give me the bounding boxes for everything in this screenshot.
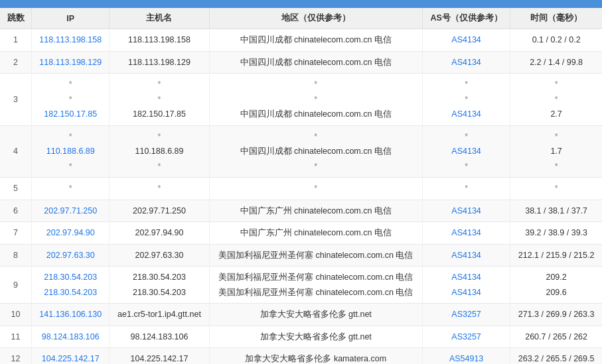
cell-ip[interactable]: 202.97.63.30 — [32, 244, 110, 267]
asn-link[interactable]: AS4134 — [451, 228, 481, 237]
cell-hop: 12 — [0, 348, 32, 365]
ip-link[interactable]: 202.97.71.250 — [44, 206, 97, 215]
cell-asn[interactable]: AS3257 — [422, 304, 510, 326]
table-row: 2118.113.198.129118.113.198.129中国四川成都 ch… — [0, 51, 602, 74]
cell-ip[interactable]: 218.30.54.203218.30.54.203 — [32, 267, 110, 304]
ip-link[interactable]: 118.113.198.129 — [39, 58, 102, 67]
table-row: 7202.97.94.90202.97.94.90中国广东广州 chinatel… — [0, 222, 602, 245]
time-text: 2.2 / 1.4 / 99.8 — [530, 58, 583, 67]
col-asn: AS号（仅供参考） — [422, 8, 510, 29]
cell-ip[interactable]: *110.188.6.89* — [32, 125, 110, 178]
cell-region: 加拿大安大略省多伦多 gtt.net — [209, 326, 422, 348]
hostname-text: ae1.cr5-tor1.ip4.gtt.net — [117, 310, 201, 319]
hostname-text: * — [158, 80, 161, 89]
cell-time: *1.7* — [510, 125, 602, 178]
cell-hostname: 202.97.94.90 — [110, 222, 209, 245]
hostname-text: 202.97.63.30 — [135, 251, 183, 260]
asn-link[interactable]: AS4134 — [451, 109, 481, 119]
region-text: * — [314, 80, 317, 89]
cell-ip[interactable]: 118.113.198.129 — [32, 51, 110, 74]
cell-asn[interactable]: AS4134 — [422, 29, 510, 52]
region-text: * — [314, 132, 317, 141]
time-text: 2.7 — [550, 109, 562, 119]
cell-time: 260.7 / 265 / 262 — [510, 326, 602, 348]
cell-asn[interactable]: **AS4134 — [422, 74, 510, 126]
asn-link[interactable]: AS3257 — [451, 310, 481, 319]
region-text: 中国四川成都 chinatelecom.com.cn 电信 — [240, 35, 392, 44]
cell-ip[interactable]: 202.97.71.250 — [32, 200, 110, 222]
cell-hostname: 218.30.54.203218.30.54.203 — [110, 267, 209, 304]
cell-asn[interactable]: AS54913 — [422, 348, 510, 365]
region-text: 美国加利福尼亚州圣何塞 chinatelecom.com.cn 电信 — [218, 288, 413, 297]
cell-hostname: ae1.cr5-tor1.ip4.gtt.net — [110, 304, 209, 326]
asn-link[interactable]: AS4134 — [451, 147, 481, 156]
cell-hop: 10 — [0, 304, 32, 326]
ip-link[interactable]: 118.113.198.158 — [39, 35, 102, 44]
cell-ip[interactable]: 118.113.198.158 — [32, 29, 110, 52]
table-header-row: 跳数 IP 主机名 地区（仅供参考） AS号（仅供参考） 时间（毫秒） — [0, 8, 602, 29]
cell-hop: 2 — [0, 51, 32, 74]
cell-hostname: 118.113.198.158 — [110, 29, 209, 52]
asn-link[interactable]: AS4134 — [451, 35, 481, 44]
region-text: 中国四川成都 chinatelecom.com.cn 电信 — [240, 109, 392, 119]
asn-text: * — [465, 184, 468, 193]
table-row: 3**182.150.17.85**182.150.17.85**中国四川成都 … — [0, 74, 602, 126]
cell-asn[interactable]: AS4134AS4134 — [422, 267, 510, 304]
cell-asn[interactable]: AS4134 — [422, 244, 510, 267]
ip-link[interactable]: 218.30.54.203 — [44, 288, 97, 297]
cell-ip[interactable]: 98.124.183.106 — [32, 326, 110, 348]
ip-text: * — [69, 184, 72, 193]
hostname-text: 202.97.94.90 — [135, 228, 183, 237]
cell-region: 美国加利福尼亚州圣何塞 chinatelecom.com.cn 电信美国加利福尼… — [209, 267, 422, 304]
cell-time: **2.7 — [510, 74, 602, 126]
hostname-text: 110.188.6.89 — [135, 147, 183, 156]
cell-time: 212.1 / 215.9 / 215.2 — [510, 244, 602, 267]
cell-ip[interactable]: 104.225.142.17 — [32, 348, 110, 365]
cell-hostname: 118.113.198.129 — [110, 51, 209, 74]
asn-link[interactable]: AS3257 — [451, 332, 481, 341]
cell-hop: 6 — [0, 200, 32, 222]
cell-ip[interactable]: 141.136.106.130 — [32, 304, 110, 326]
region-text: * — [314, 95, 317, 104]
region-text: 中国四川成都 chinatelecom.com.cn 电信 — [240, 147, 392, 156]
cell-hostname: * — [110, 178, 209, 200]
ip-link[interactable]: 182.150.17.85 — [44, 109, 97, 119]
cell-hop: 11 — [0, 326, 32, 348]
cell-asn[interactable]: AS4134 — [422, 222, 510, 245]
asn-link[interactable]: AS4134 — [451, 206, 481, 215]
cell-hop: 4 — [0, 125, 32, 178]
table-row: 1198.124.183.10698.124.183.106加拿大安大略省多伦多… — [0, 326, 602, 348]
asn-link[interactable]: AS4134 — [451, 58, 481, 67]
table-row: 6202.97.71.250202.97.71.250中国广东广州 chinat… — [0, 200, 602, 222]
asn-link[interactable]: AS4134 — [451, 273, 481, 282]
time-text: 39.2 / 38.9 / 39.3 — [525, 228, 587, 237]
ip-link[interactable]: 98.124.183.106 — [42, 332, 100, 341]
asn-link[interactable]: AS4134 — [451, 288, 481, 297]
cell-ip[interactable]: * — [32, 178, 110, 200]
ip-text: * — [69, 162, 72, 171]
ip-link[interactable]: 218.30.54.203 — [44, 273, 97, 282]
cell-region: * — [209, 178, 422, 200]
ip-link[interactable]: 104.225.142.17 — [42, 354, 100, 363]
asn-link[interactable]: AS4134 — [451, 251, 481, 260]
ip-link[interactable]: 110.188.6.89 — [46, 147, 95, 156]
hostname-text: * — [158, 184, 161, 193]
ip-link[interactable]: 141.136.106.130 — [39, 310, 102, 319]
table-row: 12104.225.142.17104.225.142.17加拿大安大略省多伦多… — [0, 348, 602, 365]
hostname-text: * — [158, 95, 161, 104]
cell-asn[interactable]: AS4134 — [422, 200, 510, 222]
time-text: * — [555, 184, 558, 193]
cell-ip[interactable]: **182.150.17.85 — [32, 74, 110, 126]
hostname-text: 218.30.54.203 — [133, 288, 186, 297]
ip-link[interactable]: 202.97.63.30 — [46, 251, 95, 260]
cell-time: 271.3 / 269.9 / 263.3 — [510, 304, 602, 326]
time-text: * — [555, 95, 558, 104]
cell-ip[interactable]: 202.97.94.90 — [32, 222, 110, 245]
cell-asn[interactable]: *AS4134* — [422, 125, 510, 178]
cell-asn[interactable]: AS4134 — [422, 51, 510, 74]
cell-asn[interactable]: AS3257 — [422, 326, 510, 348]
table-row: 8202.97.63.30202.97.63.30美国加利福尼亚州圣何塞 chi… — [0, 244, 602, 267]
cell-asn[interactable]: * — [422, 178, 510, 200]
asn-link[interactable]: AS54913 — [449, 354, 483, 363]
ip-link[interactable]: 202.97.94.90 — [46, 228, 95, 237]
